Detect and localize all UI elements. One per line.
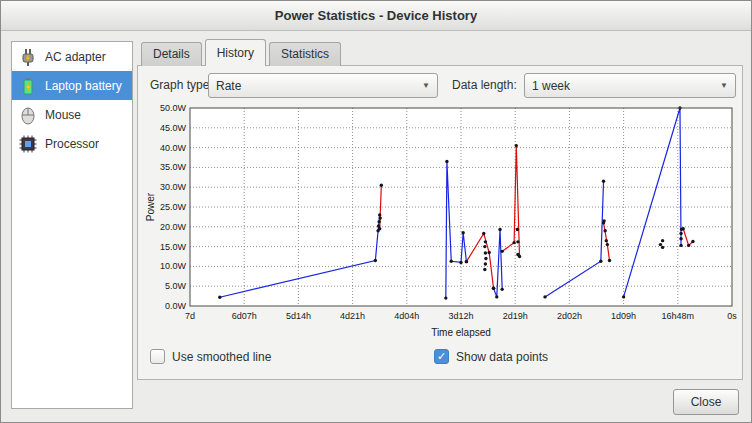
tab-statistics[interactable]: Statistics (269, 42, 341, 66)
svg-text:4d21h: 4d21h (340, 311, 365, 321)
device-item-label: Mouse (45, 108, 81, 122)
svg-text:10.0W: 10.0W (160, 261, 187, 271)
svg-text:3d12h: 3d12h (448, 311, 473, 321)
svg-text:30.0W: 30.0W (160, 182, 187, 192)
svg-text:25.0W: 25.0W (160, 202, 187, 212)
svg-text:7d: 7d (185, 311, 195, 321)
svg-text:Time elapsed: Time elapsed (431, 327, 491, 338)
svg-text:16h48m: 16h48m (662, 311, 695, 321)
svg-text:0s: 0s (727, 311, 737, 321)
device-item-mouse[interactable]: Mouse (12, 100, 132, 129)
checkbox-box (150, 349, 165, 364)
device-item-laptop-battery[interactable]: Laptop battery (12, 71, 132, 100)
tab-bar: Details History Statistics (141, 39, 344, 66)
svg-text:40.0W: 40.0W (160, 143, 187, 153)
svg-text:Power: Power (145, 192, 156, 221)
battery-icon (17, 75, 39, 97)
svg-text:35.0W: 35.0W (160, 162, 187, 172)
svg-text:0.0W: 0.0W (165, 301, 187, 311)
data-length-value: 1 week (532, 79, 570, 93)
device-list: AC adapter Laptop battery Mouse (11, 41, 133, 409)
graph-type-value: Rate (216, 79, 241, 93)
svg-text:4d04h: 4d04h (394, 311, 419, 321)
svg-text:2d02h: 2d02h (557, 311, 582, 321)
device-item-ac-adapter[interactable]: AC adapter (12, 42, 132, 71)
svg-text:20.0W: 20.0W (160, 222, 187, 232)
graph-type-label: Graph type: (150, 78, 213, 92)
svg-text:5.0W: 5.0W (165, 281, 187, 291)
tab-details[interactable]: Details (141, 42, 202, 66)
svg-text:45.0W: 45.0W (160, 123, 187, 133)
mouse-icon (17, 104, 39, 126)
svg-text:2d19h: 2d19h (503, 311, 528, 321)
smoothed-line-checkbox[interactable]: Use smoothed line (150, 349, 271, 364)
data-length-label: Data length: (452, 78, 517, 92)
power-statistics-window: Power Statistics - Device History AC ada… (0, 0, 752, 423)
data-length-select[interactable]: 1 week ▼ (524, 73, 736, 98)
chevron-down-icon: ▼ (720, 81, 728, 90)
svg-text:6d07h: 6d07h (232, 311, 257, 321)
processor-icon (17, 133, 39, 155)
history-panel: Graph type: Rate ▼ Data length: 1 week ▼… (137, 65, 743, 380)
graph-type-select[interactable]: Rate ▼ (208, 73, 438, 98)
chevron-down-icon: ▼ (422, 81, 430, 90)
window-title: Power Statistics - Device History (275, 8, 477, 23)
device-item-label: AC adapter (45, 50, 106, 64)
tab-history[interactable]: History (205, 39, 266, 66)
show-data-points-checkbox[interactable]: Show data points (434, 349, 548, 364)
titlebar[interactable]: Power Statistics - Device History (1, 1, 751, 31)
smoothed-line-label: Use smoothed line (172, 350, 271, 364)
ac-adapter-icon (17, 46, 39, 68)
show-data-points-label: Show data points (456, 350, 548, 364)
device-item-processor[interactable]: Processor (12, 129, 132, 158)
svg-text:1d09h: 1d09h (611, 311, 636, 321)
close-button[interactable]: Close (673, 389, 739, 415)
svg-text:5d14h: 5d14h (286, 311, 311, 321)
svg-text:15.0W: 15.0W (160, 242, 187, 252)
device-item-label: Processor (45, 137, 99, 151)
chart-options-row: Use smoothed line Show data points (138, 349, 742, 373)
svg-text:50.0W: 50.0W (160, 103, 187, 113)
device-item-label: Laptop battery (45, 79, 122, 93)
history-chart: 0.0W5.0W10.0W15.0W20.0W25.0W30.0W35.0W40… (142, 102, 738, 342)
checkbox-box (434, 349, 449, 364)
